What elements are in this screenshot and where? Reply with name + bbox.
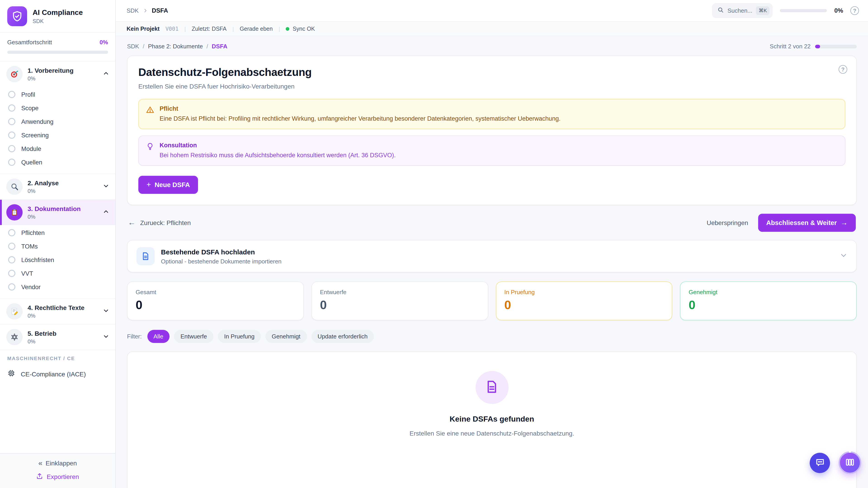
context-divider: |: [278, 26, 280, 32]
section-percent: 0%: [28, 214, 98, 220]
section-percent: 0%: [28, 188, 98, 194]
filter-chip-update-erforderlich[interactable]: Update erforderlich: [311, 330, 374, 343]
overall-progress-label: Gesamtfortschritt: [7, 39, 52, 46]
document-icon: [136, 248, 155, 265]
nav-section-dokumentation: 3. Dokumentation 0% Pflichten TOMs Lösch…: [0, 200, 115, 299]
section-header-vorbereitung[interactable]: 1. Vorbereitung 0%: [0, 61, 115, 87]
breadcrumb-current: DSFA: [152, 7, 168, 14]
search-placeholder: Suchen...: [727, 7, 752, 14]
sidebar-item-module[interactable]: Module: [0, 142, 115, 156]
section-label: 1. Vorbereitung: [28, 67, 73, 74]
sidebar-item-toms[interactable]: TOMs: [0, 239, 115, 253]
filter-chip-in-pruefung[interactable]: In Pruefung: [218, 330, 260, 343]
step-radio-icon: [8, 270, 16, 277]
step-radio-icon: [8, 256, 16, 263]
dsfa-intro-card: Datenschutz-Folgenabschaetzung Erstellen…: [127, 56, 857, 205]
breadcrumb-root[interactable]: SDK: [127, 7, 138, 14]
section-header-analyse[interactable]: 2. Analyse 0%: [0, 174, 115, 199]
pflicht-title: Pflicht: [160, 105, 561, 112]
sidebar-item-quellen[interactable]: Quellen: [0, 156, 115, 169]
collapse-chevrons-icon: «: [38, 459, 41, 467]
finish-next-button[interactable]: Abschliessen & Weiter →: [758, 214, 856, 232]
sidebar-item-vendor[interactable]: Vendor: [0, 280, 115, 294]
sidebar-item-vvt[interactable]: VVT: [0, 267, 115, 280]
top-header: SDK DSFA Suchen... ⌘K 0% ?: [116, 0, 868, 22]
filter-label: Filter:: [127, 333, 142, 340]
app-logo-block: AI Compliance SDK: [0, 0, 115, 33]
sidebar-item-profil[interactable]: Profil: [0, 88, 115, 101]
arrow-left-icon: ←: [128, 219, 135, 228]
section-percent: 0%: [28, 75, 98, 82]
step-radio-icon: [8, 118, 16, 125]
chevron-right-icon: [143, 6, 148, 15]
help-icon[interactable]: ?: [850, 6, 859, 15]
skip-button[interactable]: Ueberspringen: [707, 219, 748, 227]
upload-panel-subtitle: Optional - bestehende Dokumente importie…: [161, 258, 834, 265]
clipboard-icon: [6, 204, 23, 221]
section-label: 4. Rechtliche Texte: [28, 304, 85, 312]
sidebar-item-scope[interactable]: Scope: [0, 101, 115, 115]
project-name: Kein Projekt: [127, 26, 160, 32]
header-progress-bar: [780, 9, 827, 12]
nav-section-rechtliche-texte: 4. Rechtliche Texte 0%: [0, 299, 115, 324]
export-icon: [36, 473, 43, 481]
sidebar-item-anwendung[interactable]: Anwendung: [0, 115, 115, 128]
search-input[interactable]: Suchen... ⌘K: [712, 3, 773, 18]
target-icon: [6, 66, 23, 82]
shield-logo-icon: [7, 6, 27, 26]
chevron-up-icon: [103, 70, 109, 78]
sidebar-item-pflichten[interactable]: Pflichten: [0, 226, 115, 239]
section-header-rechtliche-texte[interactable]: 4. Rechtliche Texte 0%: [0, 299, 115, 324]
machine-law-block: MASCHINENRECHT / CE CE-Compliance (IACE): [0, 350, 115, 385]
chat-fab-button[interactable]: [810, 453, 830, 473]
page-crumb-phase[interactable]: Phase 2: Dokumente: [148, 43, 203, 50]
filter-chip-genehmigt[interactable]: Genehmigt: [266, 330, 307, 343]
plus-icon: +: [147, 181, 151, 190]
upload-panel-text: Bestehende DSFA hochladen Optional - bes…: [161, 248, 834, 265]
sync-status-label: Sync OK: [293, 26, 315, 32]
header-progress-value: 0%: [834, 7, 843, 14]
section-header-dokumentation[interactable]: 3. Dokumentation 0%: [0, 200, 115, 225]
step-radio-icon: [8, 91, 16, 98]
upload-panel-title: Bestehende DSFA hochladen: [161, 248, 834, 256]
export-button[interactable]: Exportieren: [36, 473, 79, 481]
step-radio-icon: [8, 159, 16, 166]
empty-state-icon-circle: [475, 371, 508, 404]
stats-grid: Gesamt 0 Entwuerfe 0 In Pruefung 0 Geneh…: [127, 282, 857, 321]
wizard-nav-right: Ueberspringen Abschliessen & Weiter →: [707, 214, 856, 232]
step-radio-icon: [8, 104, 16, 111]
sidebar-item-ce-compliance[interactable]: CE-Compliance (IACE): [7, 366, 108, 384]
magnifier-icon: [6, 178, 23, 195]
pflicht-text: Eine DSFA ist Pflicht bei: Profiling mit…: [160, 115, 561, 123]
context-divider: |: [184, 26, 186, 32]
sidebar-nav: 1. Vorbereitung 0% Profil Scope Anwendun…: [0, 61, 115, 453]
sidebar-item-screening[interactable]: Screening: [0, 128, 115, 142]
context-bar: Kein Projekt V001 | Zuletzt: DSFA | Gera…: [116, 22, 868, 36]
app-subtitle: SDK: [33, 18, 83, 24]
back-button[interactable]: ← Zurueck: Pflichten: [128, 219, 191, 228]
upload-existing-dsfa-panel[interactable]: Bestehende DSFA hochladen Optional - bes…: [127, 240, 857, 273]
chat-bubble-icon: [815, 457, 825, 468]
memo-icon: [6, 303, 23, 320]
collapse-sidebar-button[interactable]: « Einklappen: [38, 459, 77, 467]
notification-dot-icon: [849, 451, 851, 453]
last-edited-time: Gerade eben: [240, 26, 273, 32]
app-title-block: AI Compliance SDK: [33, 8, 83, 24]
lightbulb-icon: [146, 142, 154, 160]
card-help-icon[interactable]: ?: [839, 65, 847, 74]
chevron-down-icon[interactable]: [840, 252, 847, 261]
filter-chip-entwuerfe[interactable]: Entwuerfe: [174, 330, 213, 343]
main-column: SDK DSFA Suchen... ⌘K 0% ?: [116, 0, 868, 488]
new-dsfa-button[interactable]: + Neue DSFA: [138, 176, 198, 194]
page-crumb-root[interactable]: SDK: [127, 43, 139, 50]
section-header-betrieb[interactable]: 5. Betrieb 0%: [0, 324, 115, 350]
sidebar-item-loeschfristen[interactable]: Löschfristen: [0, 253, 115, 267]
header-breadcrumb: SDK DSFA: [127, 6, 168, 15]
section-items-dokumentation: Pflichten TOMs Löschfristen VVT Vendor: [0, 225, 115, 298]
kanban-fab-button[interactable]: [839, 451, 861, 474]
filter-chip-alle[interactable]: Alle: [147, 330, 169, 343]
filter-row: Filter: Alle Entwuerfe In Pruefung Geneh…: [127, 330, 857, 343]
document-icon: [485, 380, 499, 396]
sidebar: AI Compliance SDK Gesamtfortschritt 0%: [0, 0, 116, 488]
chevron-down-icon: [103, 333, 109, 341]
